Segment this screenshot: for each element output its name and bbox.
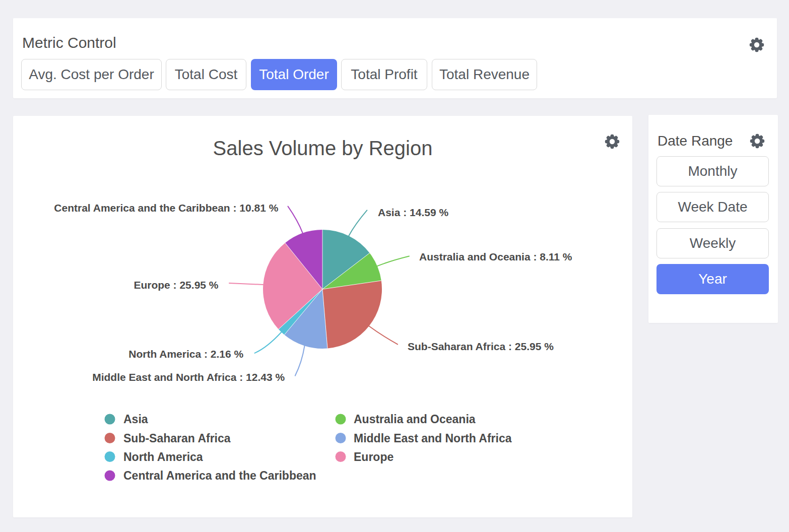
svg-text:Central America and the Caribb: Central America and the Caribbean : 10.8… xyxy=(54,202,278,214)
svg-text:Australia and Oceania: Australia and Oceania xyxy=(354,413,476,426)
svg-text:Australia and Oceania : 8.11 %: Australia and Oceania : 8.11 % xyxy=(419,251,572,262)
svg-text:Sub-Saharan Africa: Sub-Saharan Africa xyxy=(123,432,231,445)
svg-text:Europe: Europe xyxy=(354,450,393,463)
svg-text:North America: North America xyxy=(123,450,203,463)
svg-text:Sub-Saharan Africa : 25.95 %: Sub-Saharan Africa : 25.95 % xyxy=(408,341,554,352)
svg-text:Middle East and North Africa: Middle East and North Africa xyxy=(354,432,512,445)
svg-text:Europe : 25.95 %: Europe : 25.95 % xyxy=(134,279,218,291)
svg-text:Asia: Asia xyxy=(123,413,148,426)
svg-text:North America : 2.16 %: North America : 2.16 % xyxy=(128,348,243,360)
svg-text:Central America and the Caribb: Central America and the Caribbean xyxy=(123,469,316,482)
svg-text:Middle East and North Africa :: Middle East and North Africa : 12.43 % xyxy=(92,371,285,383)
svg-text:Asia : 14.59 %: Asia : 14.59 % xyxy=(378,207,448,218)
